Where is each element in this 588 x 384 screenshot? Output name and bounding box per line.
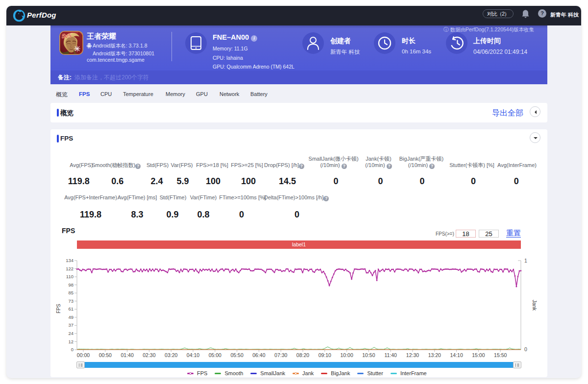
svg-text:61: 61 [68, 306, 74, 312]
svg-text:15:50: 15:50 [494, 352, 507, 358]
svg-text:03:20: 03:20 [165, 352, 177, 358]
svg-text:07:30: 07:30 [274, 352, 287, 358]
svg-text:85: 85 [68, 290, 74, 295]
svg-text:13:20: 13:20 [428, 352, 441, 358]
svg-text:05:00: 05:00 [209, 352, 221, 358]
svg-text:00:00: 00:00 [77, 352, 90, 358]
svg-text:05:50: 05:50 [230, 352, 243, 358]
svg-text:24: 24 [68, 331, 74, 336]
svg-text:12: 12 [68, 339, 74, 344]
svg-text:02:30: 02:30 [143, 352, 155, 358]
svg-text:04:10: 04:10 [187, 352, 199, 358]
svg-text:08:20: 08:20 [296, 352, 309, 358]
svg-text:11:40: 11:40 [384, 352, 397, 358]
svg-text:5v5: 5v5 [61, 32, 72, 40]
svg-text:37: 37 [68, 322, 74, 328]
svg-text:09:10: 09:10 [318, 352, 331, 358]
svg-text:98: 98 [68, 282, 74, 288]
svg-text:73: 73 [68, 298, 74, 304]
svg-text:0: 0 [71, 347, 74, 352]
svg-text:134: 134 [66, 258, 74, 263]
svg-text:01:40: 01:40 [121, 352, 133, 358]
svg-text:110: 110 [66, 274, 74, 279]
svg-text:Jank: Jank [532, 300, 538, 311]
svg-text:FPS: FPS [56, 304, 61, 313]
svg-text:15:00: 15:00 [472, 352, 485, 358]
svg-text:49: 49 [68, 314, 74, 320]
svg-text:10:00: 10:00 [340, 352, 353, 358]
svg-text:122: 122 [66, 266, 74, 271]
svg-text:1: 1 [524, 258, 527, 264]
svg-text:10:50: 10:50 [362, 352, 375, 358]
svg-text:14:10: 14:10 [450, 352, 463, 358]
svg-text:06:40: 06:40 [252, 352, 265, 358]
svg-text:00:50: 00:50 [99, 352, 112, 358]
svg-text:0: 0 [524, 346, 527, 352]
svg-text:12:30: 12:30 [406, 352, 419, 358]
